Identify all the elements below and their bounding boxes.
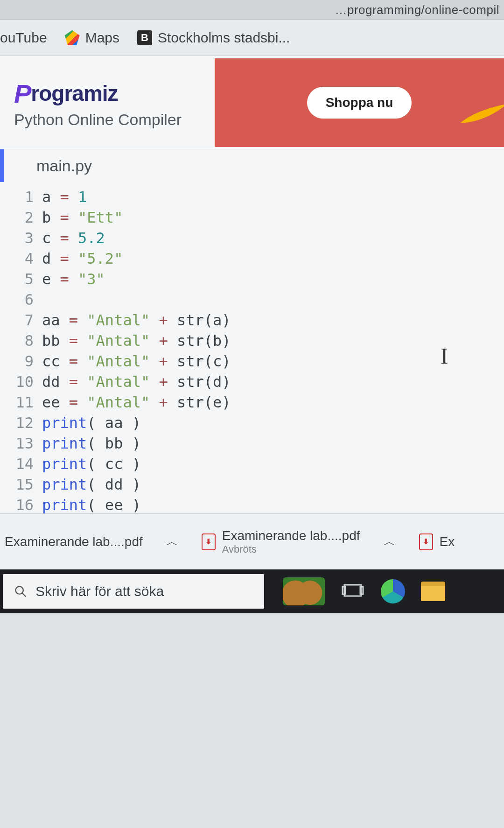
maps-icon: [65, 30, 80, 45]
pdf-icon-2: ⬇: [419, 533, 433, 550]
line-number: 7: [14, 310, 42, 330]
code-content[interactable]: print( ee ): [42, 495, 504, 515]
download-item-1-label: Examinerande lab....pdf: [5, 534, 143, 549]
code-line[interactable]: 16print( ee ): [14, 495, 504, 515]
code-line[interactable]: 14print( cc ): [14, 454, 504, 474]
code-content[interactable]: ee = "Antal" + str(e): [42, 392, 504, 413]
line-number: 10: [14, 372, 42, 392]
line-number: 11: [14, 392, 42, 413]
code-content[interactable]: c = 5.2: [42, 228, 504, 248]
code-line[interactable]: 3c = 5.2: [14, 228, 504, 248]
code-line[interactable]: 2b = "Ett": [14, 207, 504, 228]
taskbar-icons: [283, 577, 445, 605]
code-line[interactable]: 11ee = "Antal" + str(e): [14, 392, 504, 413]
line-number: 6: [14, 289, 42, 310]
code-line[interactable]: 8bb = "Antal" + str(b): [14, 330, 504, 351]
code-content[interactable]: print( cc ): [42, 454, 504, 474]
text-cursor-icon: I: [441, 343, 448, 369]
code-area[interactable]: 1a = 12b = "Ett"3c = 5.24d = "5.2"5e = "…: [0, 182, 504, 515]
code-content[interactable]: d = "5.2": [42, 248, 504, 269]
nike-swoosh-icon: [457, 103, 504, 128]
svg-line-1: [22, 593, 26, 597]
pdf-icon: ⬇: [202, 533, 216, 550]
download-item-3[interactable]: ⬇ Ex: [419, 533, 455, 550]
code-content[interactable]: a = 1: [42, 187, 504, 207]
library-icon: B: [137, 30, 152, 45]
page-subtitle: Python Online Compiler: [14, 111, 215, 129]
task-view-icon[interactable]: [341, 579, 365, 603]
brand-logo[interactable]: Programiz: [14, 77, 215, 107]
bookmark-maps-label: Maps: [85, 30, 119, 46]
code-content[interactable]: bb = "Antal" + str(b): [42, 330, 504, 351]
code-content[interactable]: b = "Ett": [42, 207, 504, 228]
download-item-2-status: Avbröts: [222, 543, 360, 555]
url-text: …programming/online-compil: [335, 3, 499, 17]
download-item-2-label: Examinerande lab....pdf: [222, 528, 360, 543]
code-line[interactable]: 4d = "5.2": [14, 248, 504, 269]
editor-filename-tab[interactable]: main.py: [36, 157, 92, 175]
chevron-up-icon[interactable]: ︿: [161, 533, 183, 550]
line-number: 14: [14, 454, 42, 474]
code-content[interactable]: e = "3": [42, 269, 504, 289]
line-number: 12: [14, 413, 42, 433]
bookmark-stockholm[interactable]: B Stockholms stadsbi...: [137, 30, 290, 46]
code-line[interactable]: 7aa = "Antal" + str(a): [14, 310, 504, 330]
taskbar-search[interactable]: Skriv här för att söka: [3, 574, 264, 609]
line-number: 2: [14, 207, 42, 228]
line-number: 9: [14, 351, 42, 372]
line-number: 13: [14, 433, 42, 454]
code-line[interactable]: 9cc = "Antal" + str(c): [14, 351, 504, 372]
ad-banner[interactable]: Shoppa nu: [215, 58, 504, 147]
code-line[interactable]: 1a = 1: [14, 187, 504, 207]
bookmark-youtube-label: ouTube: [0, 30, 47, 46]
code-line[interactable]: 6: [14, 289, 504, 310]
edge-browser-icon[interactable]: [381, 579, 405, 603]
code-line[interactable]: 5e = "3": [14, 269, 504, 289]
code-content[interactable]: print( bb ): [42, 433, 504, 454]
download-item-2[interactable]: ⬇ Examinerande lab....pdf Avbröts: [202, 528, 360, 555]
bookmark-youtube[interactable]: ouTube: [0, 30, 47, 46]
code-editor[interactable]: main.py 1a = 12b = "Ett"3c = 5.24d = "5.…: [0, 149, 504, 513]
windows-taskbar: Skriv här för att söka: [0, 569, 504, 613]
code-line[interactable]: 15print( dd ): [14, 474, 504, 495]
brand-block: Programiz Python Online Compiler: [14, 77, 215, 129]
kangaroo-decoration-icon: [283, 577, 325, 605]
svg-point-0: [16, 587, 23, 594]
editor-tab-strip: main.py: [0, 149, 504, 182]
line-number: 5: [14, 269, 42, 289]
taskbar-search-placeholder: Skriv här för att söka: [35, 583, 164, 599]
line-number: 3: [14, 228, 42, 248]
line-number: 16: [14, 495, 42, 515]
code-line[interactable]: 13print( bb ): [14, 433, 504, 454]
code-content[interactable]: print( aa ): [42, 413, 504, 433]
line-number: 15: [14, 474, 42, 495]
bookmarks-bar: ouTube Maps B Stockholms stadsbi...: [0, 20, 504, 56]
bookmark-stockholm-label: Stockholms stadsbi...: [158, 30, 290, 46]
search-icon: [14, 585, 27, 598]
line-number: 4: [14, 248, 42, 269]
code-content[interactable]: cc = "Antal" + str(c): [42, 351, 504, 372]
svg-rect-2: [344, 585, 361, 596]
file-explorer-icon[interactable]: [421, 582, 445, 601]
download-item-3-label: Ex: [440, 534, 455, 549]
line-number: 1: [14, 187, 42, 207]
code-line[interactable]: 10dd = "Antal" + str(d): [14, 372, 504, 392]
brand-p-letter: P: [14, 78, 31, 109]
address-bar-fragment[interactable]: …programming/online-compil: [0, 0, 504, 20]
code-content[interactable]: aa = "Antal" + str(a): [42, 310, 504, 330]
bookmark-maps[interactable]: Maps: [65, 30, 119, 46]
ad-cta-button[interactable]: Shoppa nu: [307, 87, 412, 119]
code-content[interactable]: dd = "Antal" + str(d): [42, 372, 504, 392]
line-number: 8: [14, 330, 42, 351]
code-content[interactable]: [42, 289, 504, 310]
chevron-up-icon-2[interactable]: ︿: [379, 533, 400, 550]
page-header: Programiz Python Online Compiler Shoppa …: [0, 56, 504, 149]
downloads-shelf: Examinerande lab....pdf ︿ ⬇ Examinerande…: [0, 513, 504, 569]
download-item-1[interactable]: Examinerande lab....pdf: [5, 534, 143, 549]
code-line[interactable]: 12print( aa ): [14, 413, 504, 433]
code-content[interactable]: print( dd ): [42, 474, 504, 495]
brand-rest: rogramiz: [31, 81, 118, 105]
